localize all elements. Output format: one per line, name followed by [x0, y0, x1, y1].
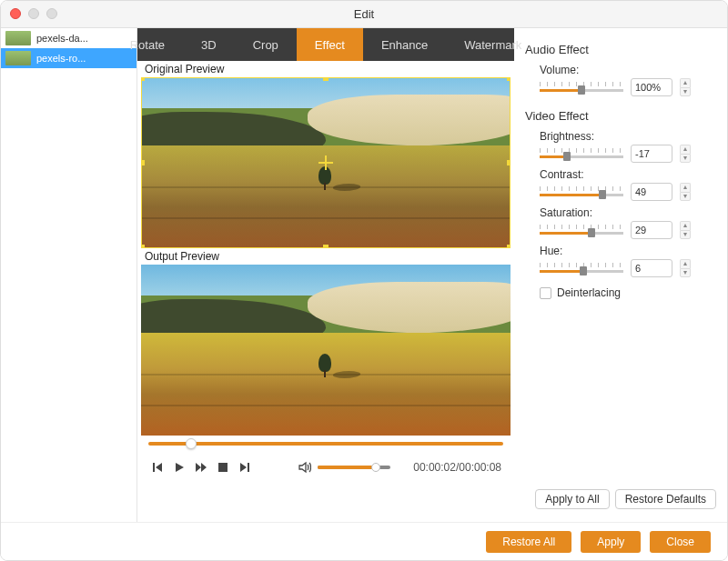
titlebar: Edit: [1, 1, 727, 28]
close-window-icon[interactable]: [10, 8, 21, 19]
close-button[interactable]: Close: [650, 531, 711, 553]
deinterlacing-label: Deinterlacing: [557, 286, 621, 299]
audio-effect-title: Audio Effect: [525, 43, 716, 56]
clip-label: pexels-da...: [36, 33, 88, 44]
clip-label: pexels-ro...: [36, 53, 86, 64]
footer: Restore All Apply Close: [1, 522, 727, 560]
hue-value[interactable]: 6: [631, 259, 672, 277]
clip-sidebar: pexels-da... pexels-ro...: [1, 28, 137, 522]
restore-defaults-button[interactable]: Restore Defaults: [615, 489, 716, 509]
seek-thumb[interactable]: [186, 438, 197, 449]
tab-effect[interactable]: Effect: [297, 28, 363, 61]
brightness-label: Brightness:: [540, 130, 716, 143]
brightness-slider[interactable]: [540, 148, 623, 159]
effect-panel: Audio Effect Volume: 100% ▴▾ Video Effec…: [514, 28, 727, 522]
stop-button[interactable]: [216, 460, 230, 475]
saturation-value[interactable]: 29: [631, 221, 672, 239]
window-controls: [10, 8, 57, 19]
brightness-stepper[interactable]: ▴▾: [680, 145, 691, 163]
tab-3d[interactable]: 3D: [183, 28, 235, 61]
playback-controls: 00:00:02/00:00:08: [141, 452, 511, 483]
tab-rotate[interactable]: Rotate: [112, 28, 183, 61]
original-preview[interactable]: [141, 77, 511, 248]
svg-rect-0: [218, 463, 228, 472]
volume-value[interactable]: 100%: [631, 78, 672, 96]
output-preview-label: Output Preview: [141, 248, 511, 265]
clip-thumbnail: [5, 31, 31, 45]
contrast-slider[interactable]: [540, 186, 623, 197]
saturation-slider[interactable]: [540, 225, 623, 235]
volume-icon[interactable]: [298, 460, 312, 475]
tab-enhance[interactable]: Enhance: [363, 28, 446, 61]
window-title: Edit: [354, 7, 374, 21]
contrast-value[interactable]: 49: [631, 183, 672, 201]
hue-label: Hue:: [540, 245, 716, 257]
minimize-window-icon[interactable]: [28, 8, 39, 19]
contrast-label: Contrast:: [540, 168, 716, 181]
restore-all-button[interactable]: Restore All: [486, 531, 571, 553]
deinterlacing-checkbox[interactable]: [540, 287, 551, 299]
tab-crop[interactable]: Crop: [235, 28, 297, 61]
volume-slider[interactable]: [318, 466, 390, 469]
hue-stepper[interactable]: ▴▾: [680, 259, 691, 277]
edit-tabs: Rotate 3D Crop Effect Enhance Watermark: [137, 28, 514, 61]
clip-thumbnail: [5, 51, 31, 65]
saturation-label: Saturation:: [540, 206, 716, 219]
volume-stepper[interactable]: ▴▾: [680, 78, 691, 96]
brightness-value[interactable]: -17: [631, 145, 672, 163]
apply-button[interactable]: Apply: [581, 531, 641, 553]
volume-label: Volume:: [540, 64, 716, 76]
contrast-stepper[interactable]: ▴▾: [680, 183, 691, 201]
play-button[interactable]: [172, 460, 187, 475]
zoom-window-icon[interactable]: [46, 8, 57, 19]
hue-slider[interactable]: [540, 263, 623, 274]
apply-to-all-button[interactable]: Apply to All: [535, 489, 609, 509]
playback-seek[interactable]: [141, 436, 511, 452]
volume-thumb[interactable]: [371, 463, 380, 472]
output-preview: [141, 265, 511, 436]
fast-forward-button[interactable]: [194, 460, 208, 475]
original-preview-label: Original Preview: [141, 61, 511, 77]
video-effect-title: Video Effect: [525, 109, 716, 123]
volume-slider[interactable]: [540, 82, 623, 93]
saturation-stepper[interactable]: ▴▾: [680, 221, 691, 239]
prev-button[interactable]: [150, 460, 165, 475]
next-button[interactable]: [238, 460, 252, 475]
time-display: 00:00:02/00:00:08: [413, 461, 501, 474]
